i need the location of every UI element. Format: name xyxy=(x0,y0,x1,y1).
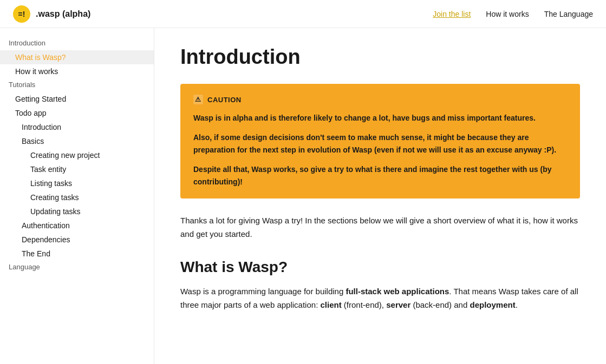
caution-icon: ⚠ xyxy=(193,95,203,104)
sidebar-item-task-entity[interactable]: Task entity xyxy=(0,162,154,176)
body-bold-4: deployment xyxy=(470,300,515,309)
caution-text-1: Wasp is in alpha and is therefore likely… xyxy=(193,112,567,124)
caution-box: ⚠ CAUTION Wasp is in alpha and is theref… xyxy=(180,84,580,198)
caution-header: ⚠ CAUTION xyxy=(193,95,567,104)
sidebar-item-updating-tasks[interactable]: Updating tasks xyxy=(0,204,154,219)
body-text-3: (front-end), xyxy=(342,300,387,309)
nav-join-list[interactable]: Join the list xyxy=(433,10,471,18)
nav-how-it-works[interactable]: How it works xyxy=(486,10,529,18)
sidebar-section-language: Language xyxy=(0,261,154,273)
sidebar-section-tutorials: Tutorials xyxy=(0,78,154,91)
sidebar-item-how-it-works[interactable]: How it works xyxy=(0,64,154,78)
body-text-1: Wasp is a programming language for build… xyxy=(180,287,346,296)
sidebar-item-getting-started[interactable]: Getting Started xyxy=(0,92,154,106)
sidebar-item-creating-tasks[interactable]: Creating tasks xyxy=(0,190,154,204)
sidebar-item-the-end[interactable]: The End xyxy=(0,247,154,261)
logo-title: .wasp (alpha) xyxy=(36,9,90,19)
content-area: Introduction ⚠ CAUTION Wasp is in alpha … xyxy=(154,28,606,364)
sidebar-item-introduction[interactable]: Introduction xyxy=(0,120,154,134)
logo-icon: =! xyxy=(13,5,30,23)
caution-text-2: Also, if some design decisions don't see… xyxy=(193,131,567,156)
sidebar-item-creating-new-project[interactable]: Creating new project xyxy=(0,148,154,162)
what-is-wasp-text: Wasp is a programming language for build… xyxy=(180,284,580,312)
header-brand: =! .wasp (alpha) xyxy=(13,5,90,23)
main-area: Introduction What is Wasp? How it works … xyxy=(0,28,606,364)
header: =! .wasp (alpha) Join the list How it wo… xyxy=(0,0,606,28)
sidebar: Introduction What is Wasp? How it works … xyxy=(0,28,154,364)
sidebar-item-basics[interactable]: Basics xyxy=(0,134,154,148)
body-text-5: . xyxy=(516,300,518,309)
sidebar-item-authentication[interactable]: Authentication xyxy=(0,219,154,233)
page-title: Introduction xyxy=(180,45,580,69)
body-bold-3: server xyxy=(386,300,410,309)
body-bold-1: full-stack web applications xyxy=(346,287,449,296)
caution-label: CAUTION xyxy=(207,96,242,104)
sidebar-item-listing-tasks[interactable]: Listing tasks xyxy=(0,176,154,190)
intro-paragraph: Thanks a lot for giving Wasp a try! In t… xyxy=(180,214,580,241)
nav-language[interactable]: The Language xyxy=(544,10,593,18)
header-nav: Join the list How it works The Language xyxy=(433,10,593,18)
body-text-4: (back-end) and xyxy=(410,300,470,309)
sidebar-item-dependencies[interactable]: Dependencies xyxy=(0,233,154,247)
caution-text-3: Despite all that, Wasp works, so give a … xyxy=(193,163,567,188)
sidebar-section-introduction: Introduction xyxy=(0,37,154,49)
sidebar-item-what-is-wasp[interactable]: What is Wasp? xyxy=(0,50,154,64)
what-is-wasp-title: What is Wasp? xyxy=(180,259,580,276)
body-bold-2: client xyxy=(320,300,341,309)
sidebar-item-todo-app[interactable]: Todo app xyxy=(0,106,154,120)
